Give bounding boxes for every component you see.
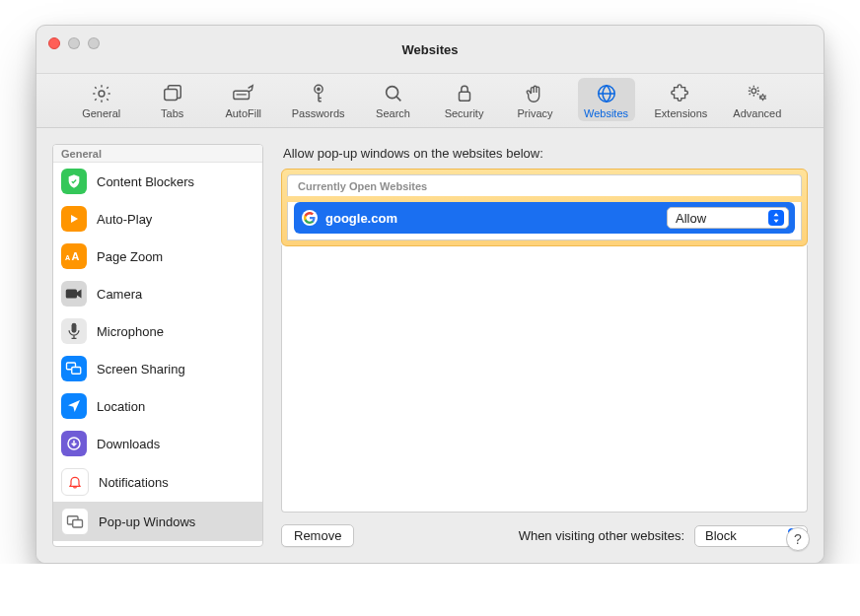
download-icon: [61, 431, 87, 456]
toolbar-label: Extensions: [655, 107, 708, 119]
mic-icon: [61, 318, 87, 344]
key-icon: [306, 82, 331, 105]
sidebar-item-content-blockers[interactable]: Content Blockers: [53, 163, 262, 200]
select-value: Allow: [676, 211, 706, 226]
svg-point-0: [99, 91, 105, 97]
sidebar-item-location[interactable]: Location: [53, 387, 262, 425]
close-window-button[interactable]: [48, 37, 60, 49]
preferences-window: Websites General Tabs: [36, 25, 824, 564]
hand-icon: [523, 82, 548, 105]
svg-text:A: A: [65, 254, 70, 261]
toolbar-label: General: [82, 107, 120, 119]
sidebar: General Content Blockers Auto-Play AA Pa…: [52, 144, 263, 547]
minimize-window-button[interactable]: [68, 37, 80, 49]
sidebar-item-notifications[interactable]: Notifications: [53, 462, 262, 502]
shield-icon: [61, 169, 87, 194]
traffic-lights: [48, 37, 100, 49]
camera-icon: [61, 281, 87, 307]
gears-icon: [745, 82, 770, 105]
svg-point-5: [386, 87, 397, 99]
svg-rect-18: [73, 520, 83, 528]
svg-rect-13: [72, 323, 77, 333]
svg-rect-15: [72, 368, 81, 375]
zoom-icon: AA: [61, 243, 87, 269]
select-value: Block: [705, 528, 737, 543]
website-domain: google.com: [325, 211, 397, 226]
svg-point-4: [318, 88, 320, 90]
toolbar-label: Advanced: [733, 107, 781, 119]
tab-passwords[interactable]: Passwords: [286, 78, 351, 121]
popup-icon: [61, 508, 89, 535]
puzzle-icon: [668, 82, 693, 105]
sidebar-item-label: Notifications: [99, 475, 169, 490]
preferences-toolbar: General Tabs AutoFill: [36, 74, 824, 128]
tabs-icon: [160, 82, 185, 105]
body: General Content Blockers Auto-Play AA Pa…: [36, 128, 824, 563]
tab-security[interactable]: Security: [436, 78, 493, 121]
tab-tabs[interactable]: Tabs: [144, 78, 201, 121]
sidebar-item-auto-play[interactable]: Auto-Play: [53, 200, 262, 238]
svg-text:A: A: [71, 250, 79, 262]
highlight-frame: Currently Open Websites google.com: [281, 169, 808, 246]
screenshare-icon: [61, 356, 87, 381]
sidebar-item-label: Content Blockers: [97, 174, 194, 189]
lock-icon: [452, 82, 477, 105]
titlebar: Websites: [36, 26, 824, 74]
autofill-icon: [231, 82, 256, 105]
detail-panel: Allow pop-up windows on the websites bel…: [281, 144, 808, 547]
sidebar-item-label: Page Zoom: [97, 249, 163, 264]
toolbar-label: AutoFill: [225, 107, 261, 119]
sidebar-item-label: Camera: [97, 287, 142, 302]
tab-search[interactable]: Search: [365, 78, 422, 121]
location-icon: [61, 393, 87, 419]
sidebar-item-label: Location: [97, 399, 145, 414]
google-icon: [302, 210, 318, 226]
tab-websites[interactable]: Websites: [578, 78, 635, 121]
search-icon: [381, 82, 406, 105]
website-list-empty-area: [281, 245, 808, 513]
other-websites-label: When visiting other websites:: [519, 528, 684, 543]
tab-privacy[interactable]: Privacy: [507, 78, 564, 121]
remove-button[interactable]: Remove: [281, 524, 354, 547]
toolbar-label: Privacy: [517, 107, 552, 119]
bell-icon: [61, 468, 89, 496]
play-icon: [61, 206, 87, 232]
sidebar-item-label: Downloads: [97, 437, 160, 451]
list-section-header: Currently Open Websites: [287, 174, 802, 196]
tab-autofill[interactable]: AutoFill: [215, 78, 272, 121]
svg-rect-12: [66, 290, 77, 299]
toolbar-label: Tabs: [161, 107, 183, 119]
sidebar-item-page-zoom[interactable]: AA Page Zoom: [53, 238, 262, 275]
sidebar-section-header: General: [53, 145, 262, 163]
panel-heading: Allow pop-up windows on the websites bel…: [283, 146, 806, 161]
sidebar-item-label: Screen Sharing: [97, 362, 185, 376]
tab-general[interactable]: General: [73, 78, 130, 121]
select-arrows-icon: [768, 210, 784, 226]
toolbar-label: Websites: [584, 107, 628, 119]
toolbar-label: Passwords: [292, 107, 345, 119]
tab-advanced[interactable]: Advanced: [727, 78, 787, 121]
sidebar-item-label: Auto-Play: [97, 212, 152, 227]
sidebar-item-screen-sharing[interactable]: Screen Sharing: [53, 350, 262, 387]
website-row[interactable]: google.com Allow: [294, 202, 795, 234]
gear-icon: [89, 82, 114, 105]
svg-point-9: [760, 96, 764, 100]
svg-rect-6: [459, 92, 469, 101]
sidebar-item-label: Microphone: [97, 324, 164, 339]
globe-icon: [594, 82, 619, 105]
tab-extensions[interactable]: Extensions: [649, 78, 714, 121]
svg-point-8: [752, 89, 756, 94]
panel-footer: Remove When visiting other websites: Blo…: [281, 524, 808, 547]
svg-rect-1: [164, 89, 177, 100]
sidebar-item-popup-windows[interactable]: Pop-up Windows: [53, 502, 262, 541]
zoom-window-button[interactable]: [88, 37, 100, 49]
window-title: Websites: [402, 42, 459, 57]
toolbar-label: Search: [376, 107, 410, 119]
sidebar-item-downloads[interactable]: Downloads: [53, 425, 262, 462]
toolbar-label: Security: [445, 107, 484, 119]
sidebar-item-camera[interactable]: Camera: [53, 275, 262, 312]
website-permission-select[interactable]: Allow: [667, 207, 789, 229]
help-button[interactable]: ?: [786, 527, 810, 551]
sidebar-item-microphone[interactable]: Microphone: [53, 312, 262, 350]
sidebar-item-label: Pop-up Windows: [99, 514, 195, 529]
